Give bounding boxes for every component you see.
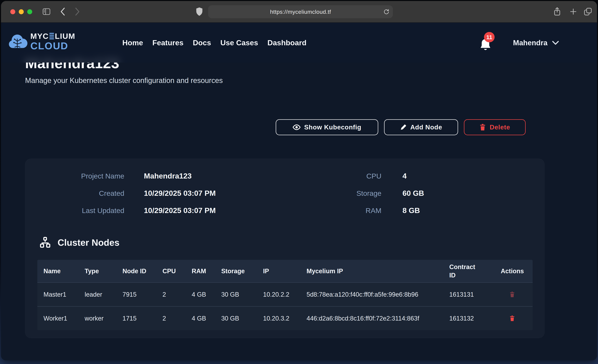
cell-ip: 10.20.3.2 bbox=[257, 314, 300, 323]
cell-mycelium-ip: 446:d2a6:8bcd:8c16:ff0f:72e2:3114:863f bbox=[307, 314, 419, 323]
info-storage: Storage 60 GB bbox=[315, 189, 424, 198]
close-window-button[interactable] bbox=[10, 9, 15, 14]
info-ram: RAM 8 GB bbox=[315, 206, 420, 215]
cluster-toolbar: Show Kubeconfig Add Node bbox=[276, 119, 526, 135]
eye-icon bbox=[293, 124, 300, 131]
user-menu[interactable]: Mahendra bbox=[513, 23, 559, 63]
cloud-logo-icon bbox=[8, 32, 27, 50]
info-project-name: Project Name Mahendra123 bbox=[25, 172, 192, 180]
col-header-node-id: Node ID bbox=[123, 267, 146, 275]
col-header-cpu: CPU bbox=[156, 267, 186, 275]
cell-cpu: 2 bbox=[156, 290, 186, 299]
site-header: MYCLIUM CLOUD Home Features Docs Use Cas… bbox=[1, 23, 597, 63]
brand-logo[interactable]: MYCLIUM CLOUD bbox=[8, 32, 75, 51]
delete-node-button[interactable] bbox=[509, 315, 515, 322]
back-icon[interactable] bbox=[59, 7, 66, 16]
cell-cpu: 2 bbox=[156, 314, 186, 323]
table-row-master1: Master1 leader 7915 2 4 GB 30 GB 10.20.2… bbox=[37, 282, 533, 306]
nav-item-features[interactable]: Features bbox=[152, 39, 183, 47]
notifications-button[interactable]: 11 bbox=[479, 37, 492, 52]
logo-wordmark-bottom: CLOUD bbox=[30, 41, 75, 51]
col-header-ip: IP bbox=[257, 267, 300, 275]
cell-node-id: 7915 bbox=[116, 290, 156, 299]
col-header-storage: Storage bbox=[215, 267, 257, 275]
cell-mycelium-ip: 5d8:78ea:a120:f40c:ff0f:a5fe:99e6:8b96 bbox=[307, 290, 418, 299]
main-nav: Home Features Docs Use Cases Dashboard bbox=[122, 23, 306, 63]
nav-item-use-cases[interactable]: Use Cases bbox=[220, 39, 258, 47]
cell-storage: 30 GB bbox=[215, 314, 257, 323]
trash-icon bbox=[479, 124, 486, 131]
show-kubeconfig-button[interactable]: Show Kubeconfig bbox=[276, 119, 378, 135]
table-row-worker1: Worker1 worker 1715 2 4 GB 30 GB 10.20.3… bbox=[37, 306, 533, 330]
logo-e-bars bbox=[50, 33, 54, 39]
cell-type: worker bbox=[78, 314, 116, 323]
col-header-type: Type bbox=[78, 267, 116, 275]
privacy-shield-icon[interactable] bbox=[196, 7, 203, 16]
user-name: Mahendra bbox=[513, 39, 548, 47]
cluster-details-card: Project Name Mahendra123 Created 10/29/2… bbox=[25, 159, 545, 338]
col-header-name: Name bbox=[37, 267, 78, 275]
cell-name: Worker1 bbox=[37, 314, 78, 323]
cell-storage: 30 GB bbox=[215, 290, 257, 299]
delete-cluster-button[interactable]: Delete bbox=[464, 119, 526, 135]
logo-wordmark-top: MYCLIUM bbox=[30, 32, 75, 41]
nodes-table-header: Name Type Node ID CPU RAM Storage IP Myc… bbox=[37, 260, 533, 282]
share-icon[interactable] bbox=[553, 7, 561, 17]
cell-contract-id: 1613131 bbox=[443, 290, 495, 299]
browser-chrome: https://myceliumcloud.tf bbox=[1, 1, 597, 23]
url-text: https://myceliumcloud.tf bbox=[270, 9, 331, 15]
chevron-down-icon bbox=[552, 40, 559, 45]
page-subtitle: Manage your Kubernetes cluster configura… bbox=[25, 76, 223, 85]
delete-node-button[interactable] bbox=[509, 291, 515, 298]
page-content: Mahendra123 Manage your Kubernetes clust… bbox=[1, 23, 597, 360]
cell-ip: 10.20.2.2 bbox=[257, 290, 300, 299]
pencil-icon bbox=[400, 124, 407, 131]
maximize-window-button[interactable] bbox=[27, 9, 32, 14]
nodes-table: Name Type Node ID CPU RAM Storage IP Myc… bbox=[37, 260, 533, 330]
nav-item-docs[interactable]: Docs bbox=[193, 39, 211, 47]
cell-ram: 4 GB bbox=[192, 290, 206, 299]
cell-node-id: 1715 bbox=[116, 314, 156, 323]
forward-icon[interactable] bbox=[74, 7, 81, 16]
trash-icon bbox=[509, 291, 515, 298]
browser-window: https://myceliumcloud.tf bbox=[1, 1, 597, 360]
sidebar-toggle-icon[interactable] bbox=[42, 8, 51, 16]
tab-overview-icon[interactable] bbox=[584, 7, 592, 16]
nav-item-dashboard[interactable]: Dashboard bbox=[267, 39, 306, 47]
new-tab-icon[interactable] bbox=[569, 8, 577, 16]
add-node-button[interactable]: Add Node bbox=[384, 119, 458, 135]
col-header-actions: Actions bbox=[495, 267, 533, 275]
address-bar[interactable]: https://myceliumcloud.tf bbox=[208, 5, 393, 18]
cell-ram: 4 GB bbox=[192, 314, 206, 323]
nav-item-home[interactable]: Home bbox=[122, 39, 143, 47]
cell-type: leader bbox=[78, 290, 116, 299]
cluster-hierarchy-icon bbox=[39, 236, 51, 249]
refresh-icon[interactable] bbox=[383, 9, 390, 15]
col-header-contract-id: Contract ID bbox=[449, 263, 481, 279]
minimize-window-button[interactable] bbox=[19, 9, 24, 14]
col-header-mycelium-ip: Mycelium IP bbox=[300, 267, 443, 275]
info-last-updated: Last Updated 10/29/2025 03:07 PM bbox=[25, 206, 216, 215]
info-cpu: CPU 4 bbox=[315, 172, 407, 180]
info-created: Created 10/29/2025 03:07 PM bbox=[25, 189, 216, 198]
cell-contract-id: 1613132 bbox=[443, 314, 495, 323]
notification-badge: 11 bbox=[484, 32, 495, 42]
trash-icon bbox=[509, 315, 515, 322]
col-header-ram: RAM bbox=[186, 267, 215, 275]
cluster-nodes-heading: Cluster Nodes bbox=[39, 236, 119, 249]
cell-name: Master1 bbox=[37, 290, 78, 299]
